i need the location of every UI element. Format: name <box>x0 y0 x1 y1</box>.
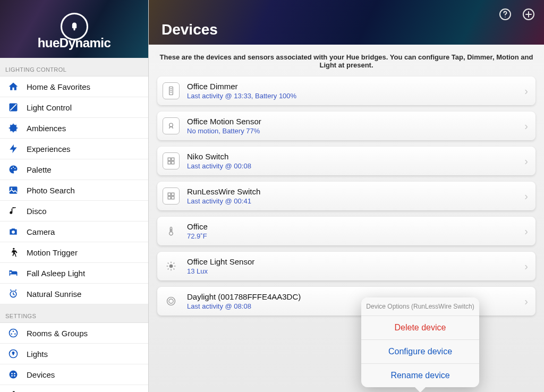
header-actions <box>498 7 536 21</box>
sidebar-item-light-control[interactable]: Light Control <box>0 97 148 118</box>
sidebar-item-label: Rooms & Groups <box>27 329 88 338</box>
sidebar-item-label: Devices <box>27 370 55 379</box>
sidebar-item-palette[interactable]: Palette <box>0 159 148 180</box>
sidebar-item-label: Light Control <box>27 103 72 112</box>
svg-point-16 <box>10 371 18 379</box>
device-text: Niko Switch Last activity @ 00:08 <box>187 152 517 170</box>
svg-point-20 <box>14 375 15 377</box>
device-row-office-motion[interactable]: Office Motion Sensor No motion, Battery … <box>157 112 536 140</box>
sidebar-item-label: Fall Asleep Light <box>27 269 85 278</box>
bolt-icon <box>7 143 19 155</box>
sidebar-item-label: Palette <box>27 165 52 174</box>
svg-rect-26 <box>169 87 173 95</box>
chevron-right-icon: › <box>524 120 528 132</box>
rename-device-button[interactable]: Rename device <box>361 364 479 387</box>
gear-icon <box>7 122 19 134</box>
svg-point-11 <box>10 329 18 337</box>
help-button[interactable] <box>498 7 512 21</box>
chevron-right-icon: › <box>524 295 528 308</box>
thermometer-icon <box>163 223 180 240</box>
sidebar-item-label: Natural Sunrise <box>27 289 81 299</box>
device-status: No motion, Battery 77% <box>187 127 517 135</box>
svg-line-46 <box>174 269 175 270</box>
sidebar-item-rooms-groups[interactable]: Rooms & Groups <box>0 323 148 344</box>
content: These are the devices and sensors associ… <box>149 45 544 392</box>
sidebar-item-label: Ambiences <box>27 124 66 133</box>
svg-point-19 <box>11 375 13 377</box>
svg-line-47 <box>174 263 175 264</box>
svg-point-8 <box>12 231 15 234</box>
svg-point-40 <box>169 265 173 268</box>
svg-point-5 <box>14 168 15 169</box>
svg-point-7 <box>11 188 12 189</box>
sidebar-item-camera[interactable]: Camera <box>0 221 148 242</box>
popover-title: Device Options (RunLessWire Switch) <box>361 297 479 316</box>
walking-icon <box>7 246 19 258</box>
sidebar-item-experiences[interactable]: Experiences <box>0 139 148 159</box>
svg-line-48 <box>168 269 169 270</box>
svg-point-14 <box>14 333 16 335</box>
main-header: Devices <box>149 0 544 45</box>
add-button[interactable] <box>522 7 536 21</box>
svg-point-9 <box>13 248 14 250</box>
chevron-right-icon: › <box>524 155 528 167</box>
svg-point-17 <box>11 373 13 374</box>
devices-icon <box>7 369 19 380</box>
groups-icon <box>7 327 19 339</box>
device-status: 13 Lux <box>187 267 517 275</box>
alarm-icon <box>7 288 19 300</box>
switch-icon <box>163 188 180 204</box>
svg-point-2 <box>10 124 16 131</box>
device-row-niko-switch[interactable]: Niko Switch Last activity @ 00:08 › <box>157 147 536 175</box>
music-note-icon <box>7 205 19 217</box>
chevron-right-icon: › <box>524 225 528 237</box>
delete-device-button[interactable]: Delete device <box>361 316 479 340</box>
camera-icon <box>7 226 19 237</box>
svg-point-12 <box>13 330 14 332</box>
sidebar-item-devices[interactable]: Devices <box>0 364 148 385</box>
device-text: Office Motion Sensor No motion, Battery … <box>187 117 517 135</box>
device-text: Office 72.9˚F <box>187 222 517 240</box>
svg-point-18 <box>14 373 15 374</box>
svg-point-24 <box>505 16 506 18</box>
configure-device-button[interactable]: Configure device <box>361 340 479 364</box>
device-row-office-dimmer[interactable]: Office Dimmer Last activity @ 13:33, Bat… <box>157 76 536 105</box>
sidebar-item-ambiences[interactable]: Ambiences <box>0 118 148 139</box>
device-text: RunLessWire Switch Last activity @ 00:41 <box>187 187 517 205</box>
sidebar-item-lights[interactable]: Lights <box>0 344 148 364</box>
svg-rect-33 <box>168 161 171 164</box>
svg-point-49 <box>167 297 175 305</box>
sidebar-item-motion-trigger[interactable]: Motion Trigger <box>0 242 148 263</box>
chevron-right-icon: › <box>524 260 528 272</box>
daylight-icon <box>163 293 180 310</box>
bulb-icon <box>7 348 19 360</box>
sidebar-item-fall-asleep[interactable]: Fall Asleep Light <box>0 263 148 284</box>
light-sensor-icon <box>163 258 180 275</box>
section-header-settings: SETTINGS <box>0 304 148 323</box>
svg-point-13 <box>11 333 12 335</box>
chevron-right-icon: › <box>524 85 528 97</box>
device-name: RunLessWire Switch <box>187 187 517 196</box>
sidebar-item-disco[interactable]: Disco <box>0 201 148 221</box>
device-text: Office Light Sensor 13 Lux <box>187 257 517 275</box>
device-status: Last activity @ 00:08 <box>187 162 517 170</box>
svg-line-45 <box>168 263 169 264</box>
sidebar-item-label: Camera <box>27 227 55 236</box>
device-row-office-temp[interactable]: Office 72.9˚F › <box>157 217 536 245</box>
device-status: Last activity @ 13:33, Battery 100% <box>187 92 517 100</box>
device-name: Office Dimmer <box>187 82 517 91</box>
device-row-office-light-sensor[interactable]: Office Light Sensor 13 Lux › <box>157 252 536 280</box>
chevron-right-icon: › <box>524 190 528 202</box>
sidebar-item-natural-sunrise[interactable]: Natural Sunrise <box>0 284 148 304</box>
sidebar-item-photo-search[interactable]: Photo Search <box>0 180 148 201</box>
brand-header: hueDynamic <box>0 0 148 58</box>
device-row-runlesswire[interactable]: RunLessWire Switch Last activity @ 00:41… <box>157 182 536 210</box>
intro-text: These are the devices and sensors associ… <box>157 51 536 76</box>
svg-point-50 <box>169 299 173 303</box>
sidebar-item-label: Lights <box>27 350 48 359</box>
sidebar-item-label: Experiences <box>27 144 71 154</box>
svg-rect-35 <box>168 193 171 195</box>
sidebar-item-settings[interactable]: Settings <box>0 385 148 392</box>
sidebar-item-label: Photo Search <box>27 186 75 195</box>
sidebar-item-home-favorites[interactable]: Home & Favorites <box>0 76 148 97</box>
